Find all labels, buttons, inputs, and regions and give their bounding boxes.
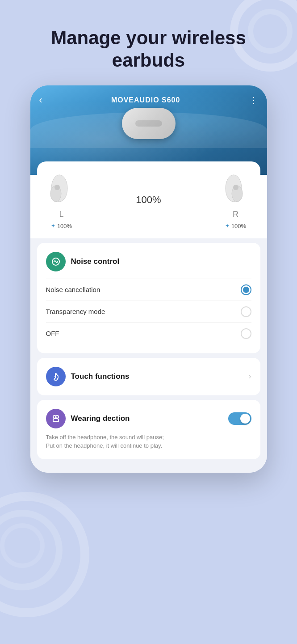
radio-circle-transparency[interactable] [241, 306, 251, 317]
noise-control-icon [46, 252, 66, 271]
earbuds-case [120, 108, 178, 148]
phone-mockup: ‹ MOVEAUDIO S600 ⋮ L ✦ 100% [30, 85, 267, 473]
bg-arc-5 [0, 523, 45, 568]
noise-cancellation-label: Noise cancellation [46, 286, 100, 293]
touch-functions-icon [46, 367, 66, 386]
radio-circle-noise-cancellation[interactable] [241, 284, 251, 295]
wearing-detection-card: Wearing dection Take off the headphone, … [37, 400, 260, 459]
toggle-knob [240, 414, 250, 424]
back-button[interactable]: ‹ [39, 94, 42, 106]
left-label: L [59, 210, 63, 219]
wearing-detection-header: Wearing dection [46, 409, 251, 428]
device-name-header: MOVEAUDIO S600 [111, 96, 180, 104]
right-earbud-item: R ✦ 100% [220, 170, 251, 229]
left-earbud-item: L ✦ 100% [46, 170, 77, 229]
wearing-detection-description: Take off the headphone, the sound will p… [46, 433, 251, 450]
svg-point-8 [56, 415, 59, 418]
svg-point-5 [233, 185, 238, 190]
header-nav: ‹ MOVEAUDIO S600 ⋮ [30, 85, 267, 110]
phone-content: Noise control Noise cancellation Transpa… [30, 238, 267, 473]
bluetooth-icon-right: ✦ [225, 223, 230, 229]
right-battery: ✦ 100% [225, 223, 246, 229]
radio-transparency[interactable]: Transparency mode [46, 301, 251, 322]
chevron-right-icon: › [249, 372, 251, 381]
noise-control-card: Noise control Noise cancellation Transpa… [37, 243, 260, 353]
svg-point-2 [54, 185, 60, 190]
earbuds-card: L ✦ 100% 100% R ✦ 100% [37, 161, 260, 238]
off-label: OFF [46, 330, 59, 337]
touch-functions-row[interactable]: Touch functions › [46, 367, 251, 386]
bg-arc-4 [0, 510, 63, 590]
menu-button[interactable]: ⋮ [249, 95, 258, 106]
right-earbud-svg [220, 170, 247, 206]
radio-off[interactable]: OFF [46, 322, 251, 344]
touch-functions-card[interactable]: Touch functions › [37, 358, 260, 395]
wearing-detection-title: Wearing dection [71, 414, 130, 423]
page-title: Manage your wireless earbuds [18, 27, 279, 72]
wearing-icon-svg [51, 414, 61, 424]
left-earbud-svg [46, 170, 73, 206]
wearing-detection-toggle[interactable] [228, 412, 251, 425]
touch-icon-svg [51, 372, 61, 381]
left-battery: ✦ 100% [51, 223, 72, 229]
touch-functions-title: Touch functions [71, 372, 130, 381]
noise-icon-svg [51, 257, 61, 267]
radio-noise-cancellation[interactable]: Noise cancellation [46, 279, 251, 301]
bluetooth-icon-left: ✦ [51, 223, 55, 229]
touch-functions-left: Touch functions [46, 367, 130, 386]
case-body [122, 108, 176, 139]
left-earbud-image [46, 170, 77, 206]
center-battery: 100% [136, 194, 161, 206]
right-earbud-image [220, 170, 251, 206]
noise-control-header: Noise control [46, 252, 251, 271]
transparency-label: Transparency mode [46, 308, 105, 315]
noise-control-title: Noise control [71, 257, 120, 266]
radio-circle-off[interactable] [241, 328, 251, 339]
right-label: R [233, 210, 238, 219]
bg-arc-3 [0, 492, 89, 617]
wearing-detection-icon [46, 409, 66, 428]
title-section: Manage your wireless earbuds [0, 0, 297, 85]
wearing-detection-left: Wearing dection [46, 409, 130, 428]
